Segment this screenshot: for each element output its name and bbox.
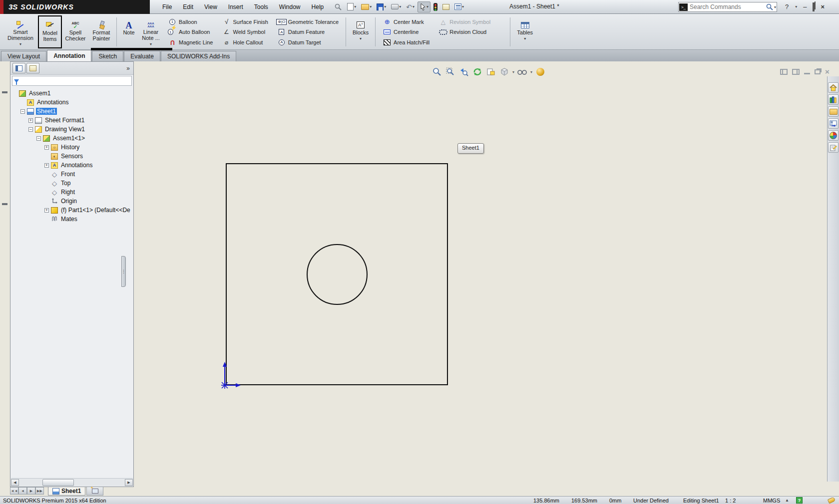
add-sheet-button[interactable]: [86, 487, 103, 496]
print-button[interactable]: ▾: [389, 1, 403, 12]
scroll-left-icon[interactable]: ◀: [11, 479, 19, 486]
menu-tools[interactable]: Tools: [249, 1, 274, 12]
units-dropdown-icon[interactable]: ▲: [785, 497, 789, 504]
datum-target-button[interactable]: ADatum Target: [275, 37, 341, 47]
graphics-area[interactable]: ▾ ▾ × Sheet1: [134, 61, 839, 496]
hide-show-dropdown-icon[interactable]: ▾: [530, 70, 532, 74]
blocks-button[interactable]: A° Blocks ▾: [349, 15, 373, 48]
zoom-to-area-button[interactable]: [445, 66, 456, 77]
tab-solidworks-add-ins[interactable]: SOLIDWORKS Add-Ins: [161, 51, 236, 61]
select-tool-button[interactable]: ▾: [418, 1, 430, 12]
tree-item-sheet-format1[interactable]: Sheet Format1: [10, 116, 133, 125]
tree-item-origin[interactable]: Origin: [10, 197, 133, 206]
smart-dimension-button[interactable]: Smart Dimension ▾: [3, 15, 38, 48]
rebuild-button[interactable]: [431, 1, 439, 12]
tree-item-history[interactable]: ○ History: [10, 143, 133, 152]
home-tab-button[interactable]: [828, 82, 839, 93]
zoom-to-fit-button[interactable]: [431, 66, 442, 77]
last-sheet-icon[interactable]: ▶▶: [35, 487, 44, 495]
tab-evaluate[interactable]: Evaluate: [124, 51, 160, 61]
geometric-tolerance-button[interactable]: ⊕|OGeometric Tolerance: [275, 17, 341, 26]
close-button[interactable]: ×: [821, 3, 825, 10]
open-document-button[interactable]: ▾: [359, 1, 374, 12]
expand-toggle[interactable]: [44, 145, 49, 150]
tree-item-top-plane[interactable]: ◇ Top: [10, 179, 133, 188]
revision-cloud-button[interactable]: Revision Cloud: [436, 27, 493, 37]
property-manager-tab[interactable]: [26, 63, 39, 73]
panel-splitter-handle[interactable]: ⋮: [121, 256, 126, 287]
appearances-scenes-button[interactable]: [828, 130, 839, 141]
panel-expand-chevron-icon[interactable]: »: [126, 65, 131, 72]
doc-close-icon[interactable]: ×: [825, 67, 830, 76]
options-button[interactable]: ▾: [452, 1, 466, 12]
panel-splitter-tick[interactable]: [2, 91, 7, 93]
menu-edit[interactable]: Edit: [177, 1, 199, 12]
search-icon[interactable]: [766, 3, 774, 11]
search-input[interactable]: [690, 3, 766, 10]
magnetic-line-button[interactable]: UMagnetic Line: [165, 37, 216, 47]
previous-sheet-icon[interactable]: ◄: [18, 487, 27, 495]
tree-item-sensors[interactable]: ◐ Sensors: [10, 152, 133, 161]
tab-view-layout[interactable]: View Layout: [1, 51, 46, 61]
weld-symbol-button[interactable]: ∠Weld Symbol: [220, 27, 271, 37]
3d-drawing-view-button[interactable]: [485, 66, 496, 77]
scroll-right-icon[interactable]: ▶: [125, 479, 133, 486]
tree-item-annotations[interactable]: A Annotations: [10, 98, 133, 107]
restore-button[interactable]: [813, 3, 815, 10]
tree-item-part1[interactable]: (f) Part1<1> (Default<<De: [10, 206, 133, 215]
tree-item-assem1-instance[interactable]: Assem1<1>: [10, 134, 133, 143]
smart-dimension-dropdown-icon[interactable]: ▾: [19, 41, 21, 47]
doc-restore-icon[interactable]: [815, 69, 821, 74]
undo-button[interactable]: ↶▾: [404, 1, 417, 12]
redraw-button[interactable]: [472, 66, 483, 77]
tree-item-right-plane[interactable]: ◇ Right: [10, 188, 133, 197]
tab-sketch[interactable]: Sketch: [92, 51, 123, 61]
centerline-button[interactable]: Centerline: [380, 27, 432, 37]
menu-file[interactable]: File: [157, 1, 177, 12]
revision-symbol-button[interactable]: △Revision Symbol: [436, 17, 493, 26]
feature-manager-tab[interactable]: [12, 63, 25, 73]
panel-splitter-tick[interactable]: [2, 203, 7, 205]
next-sheet-icon[interactable]: ▶: [27, 487, 35, 495]
tree-item-front-plane[interactable]: ◇ Front: [10, 170, 133, 179]
tables-button[interactable]: Tables ▾: [513, 15, 537, 48]
hide-show-items-button[interactable]: [517, 66, 528, 77]
tree-horizontal-scrollbar[interactable]: ◀ ▶: [11, 478, 133, 486]
format-painter-button[interactable]: Format Painter: [89, 15, 114, 48]
search-dropdown-icon[interactable]: ▾: [774, 5, 776, 9]
doc-minimize-icon[interactable]: [804, 73, 810, 74]
tree-item-annotations-sub[interactable]: A Annotations: [10, 161, 133, 170]
area-hatch-fill-button[interactable]: Area Hatch/Fill: [380, 37, 432, 47]
tag-icon[interactable]: [828, 497, 835, 504]
tree-item-mates[interactable]: Mates: [10, 215, 133, 224]
auto-balloon-button[interactable]: 1⚡Auto Balloon: [165, 27, 216, 37]
design-library-button[interactable]: [828, 94, 839, 105]
menu-view[interactable]: View: [199, 1, 223, 12]
expand-toggle[interactable]: [44, 163, 49, 168]
collapse-toggle[interactable]: [20, 109, 25, 114]
edit-appearance-button[interactable]: [535, 66, 546, 77]
collapse-toggle[interactable]: [28, 127, 33, 132]
drawing-view-circle[interactable]: [307, 244, 368, 305]
linear-note-dropdown-icon[interactable]: ▾: [150, 41, 152, 47]
pin-search-icon[interactable]: [332, 1, 344, 12]
blocks-dropdown-icon[interactable]: ▾: [360, 36, 362, 42]
hole-callout-button[interactable]: ⌀Hole Callout: [220, 37, 271, 47]
split-pane-right-icon[interactable]: [792, 69, 800, 75]
help-button[interactable]: ?: [785, 3, 789, 10]
surface-finish-button[interactable]: √Surface Finish: [220, 17, 271, 26]
split-pane-left-icon[interactable]: [780, 69, 788, 75]
quick-tips-help-button[interactable]: ?: [796, 497, 803, 504]
search-scope-icon[interactable]: >_: [679, 3, 688, 11]
minimize-button[interactable]: –: [803, 3, 807, 10]
tree-item-drawing-view1[interactable]: Drawing View1: [10, 125, 133, 134]
linear-note-button[interactable]: AAA AAA Linear Note ... ▾: [138, 15, 163, 48]
sheet1-tab[interactable]: Sheet1: [48, 487, 85, 496]
menu-window[interactable]: Window: [274, 1, 306, 12]
file-properties-button[interactable]: [440, 1, 451, 12]
center-mark-button[interactable]: ⊕Center Mark: [380, 17, 432, 26]
tables-dropdown-icon[interactable]: ▾: [524, 36, 526, 42]
first-sheet-icon[interactable]: ◄◄: [10, 487, 18, 495]
tree-item-assem1[interactable]: Assem1: [10, 89, 133, 98]
expand-toggle[interactable]: [44, 208, 49, 213]
